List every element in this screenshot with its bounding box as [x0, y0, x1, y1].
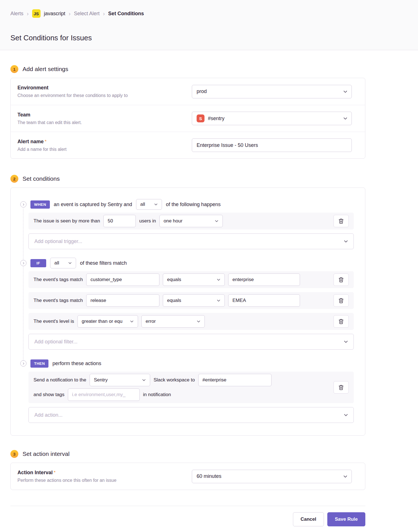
trigger-count-input[interactable]: [103, 215, 136, 227]
step1-title: Add alert settings: [23, 66, 68, 72]
conditions-panel: WHEN an event is captured by Sentry and …: [10, 187, 365, 436]
then-badge: THEN: [30, 359, 48, 368]
page-title: Set Conditions for Issues: [10, 34, 408, 42]
save-rule-button[interactable]: Save Rule: [327, 512, 365, 526]
action-card: Send a notification to the Sentry Slack …: [28, 372, 354, 403]
when-text-before: an event is captured by Sentry and: [54, 202, 132, 207]
chevron-down-icon: [343, 412, 348, 418]
environment-select-value: prod: [197, 89, 207, 94]
when-text-after: of the following happens: [166, 202, 221, 207]
when-match-select[interactable]: all: [136, 199, 162, 210]
add-filter-placeholder: Add optional filter...: [34, 339, 77, 345]
level-value-select[interactable]: error: [141, 315, 205, 328]
filter-key-input[interactable]: [86, 273, 159, 286]
filter-key-input[interactable]: [86, 294, 159, 307]
step2-number-badge: 2: [10, 175, 18, 183]
when-row: WHEN an event is captured by Sentry and …: [20, 200, 354, 209]
then-body: Send a notification to the Sentry Slack …: [28, 372, 354, 423]
if-body: The event's tags match equals The event: [28, 271, 354, 350]
environment-select[interactable]: prod: [192, 85, 352, 98]
breadcrumb-separator: ›: [103, 11, 105, 16]
action-line-1: Send a notification to the Sentry Slack …: [34, 374, 330, 386]
filter-text: The event's level is: [34, 319, 74, 324]
filter-value-input[interactable]: [228, 273, 300, 286]
add-action-select[interactable]: Add action...: [28, 407, 354, 423]
action-text-3: and show tags: [34, 392, 65, 398]
chevron-down-icon: [130, 319, 134, 324]
breadcrumb-item-select-alert[interactable]: Select Alert: [74, 11, 99, 17]
alert-name-label: Alert name*: [17, 139, 66, 145]
then-row: THEN perform these actions: [20, 359, 354, 368]
delete-action-button[interactable]: [333, 381, 349, 394]
team-select[interactable]: S #sentry: [192, 112, 352, 125]
team-description: The team that can edit this alert.: [17, 120, 82, 125]
then-group: THEN perform these actions Send a notifi…: [20, 359, 354, 423]
delete-trigger-button[interactable]: [333, 215, 349, 227]
add-trigger-select[interactable]: Add optional trigger...: [28, 233, 354, 249]
if-group: IF all of these filters match The event'…: [20, 259, 354, 350]
cancel-button[interactable]: Cancel: [293, 512, 324, 526]
step2-title: Set conditions: [23, 175, 60, 182]
trash-icon: [338, 277, 344, 282]
step2-header: 2 Set conditions: [10, 175, 365, 183]
filter-operator-select[interactable]: equals: [163, 273, 225, 286]
chevron-down-icon: [343, 89, 348, 94]
environment-labels: Environment Choose an environment for th…: [17, 85, 128, 98]
add-filter-select[interactable]: Add optional filter...: [28, 334, 354, 350]
step3-title: Set action interval: [23, 451, 70, 457]
alert-settings-panel: Environment Choose an environment for th…: [10, 78, 365, 159]
delete-filter-button[interactable]: [333, 315, 349, 328]
footer-actions: Cancel Save Rule: [10, 506, 365, 526]
expand-chevron-icon[interactable]: [20, 201, 26, 207]
trash-icon: [338, 385, 344, 390]
breadcrumb-separator: ›: [69, 11, 71, 16]
chevron-down-icon: [196, 319, 201, 324]
add-action-placeholder: Add action...: [34, 412, 63, 418]
alert-name-labels: Alert name* Add a name for this alert: [17, 139, 66, 152]
if-text-after: of these filters match: [80, 260, 127, 266]
if-match-value: all: [54, 260, 59, 266]
breadcrumb-item-project[interactable]: javascript: [44, 11, 65, 17]
level-operator-select[interactable]: greater than or equ: [77, 315, 138, 328]
breadcrumb-item-alerts[interactable]: Alerts: [10, 11, 23, 17]
action-text-2: Slack workspace to: [154, 377, 195, 383]
filter-operator-value: equals: [167, 277, 181, 282]
trigger-interval-value: one hour: [164, 218, 183, 224]
workspace-value: Sentry: [94, 377, 108, 383]
chevron-down-icon: [216, 277, 221, 282]
filter-card-level: The event's level is greater than or equ…: [28, 313, 354, 330]
if-badge: IF: [30, 259, 46, 267]
if-match-select[interactable]: all: [50, 258, 76, 268]
delete-filter-button[interactable]: [333, 294, 349, 307]
filter-operator-select[interactable]: equals: [163, 294, 225, 307]
expand-chevron-icon[interactable]: [20, 360, 26, 367]
team-avatar: S: [197, 114, 204, 122]
step3-number-badge: 3: [10, 450, 18, 458]
step3-header: 3 Set action interval: [10, 450, 365, 458]
alert-name-input[interactable]: [192, 138, 352, 152]
chevron-down-icon: [343, 474, 348, 479]
when-group: WHEN an event is captured by Sentry and …: [20, 200, 354, 249]
workspace-select[interactable]: Sentry: [90, 374, 150, 386]
filter-text: The event's tags match: [34, 298, 83, 303]
expand-chevron-icon[interactable]: [20, 260, 26, 266]
trigger-interval-select[interactable]: one hour: [159, 215, 223, 227]
level-value: error: [146, 319, 156, 324]
filter-value-input[interactable]: [228, 294, 300, 307]
tags-input[interactable]: [68, 388, 140, 401]
action-interval-select[interactable]: 60 minutes: [192, 470, 352, 483]
action-interval-labels: Action Interval* Perform these actions o…: [17, 470, 116, 483]
trigger-card: The issue is seen by more than users in …: [28, 213, 354, 229]
breadcrumb-separator: ›: [27, 11, 29, 16]
environment-label: Environment: [17, 85, 128, 91]
channel-input[interactable]: [198, 374, 272, 386]
environment-description: Choose an environment for these conditio…: [17, 93, 128, 98]
delete-filter-button[interactable]: [333, 273, 349, 286]
chevron-down-icon: [214, 219, 219, 223]
step1-header: 1 Add alert settings: [10, 65, 365, 73]
chevron-down-icon: [68, 261, 72, 265]
trigger-text-mid: users in: [139, 218, 156, 224]
level-operator-value: greater than or equ: [82, 319, 123, 324]
if-row: IF all of these filters match: [20, 259, 354, 267]
chevron-down-icon: [142, 378, 146, 382]
